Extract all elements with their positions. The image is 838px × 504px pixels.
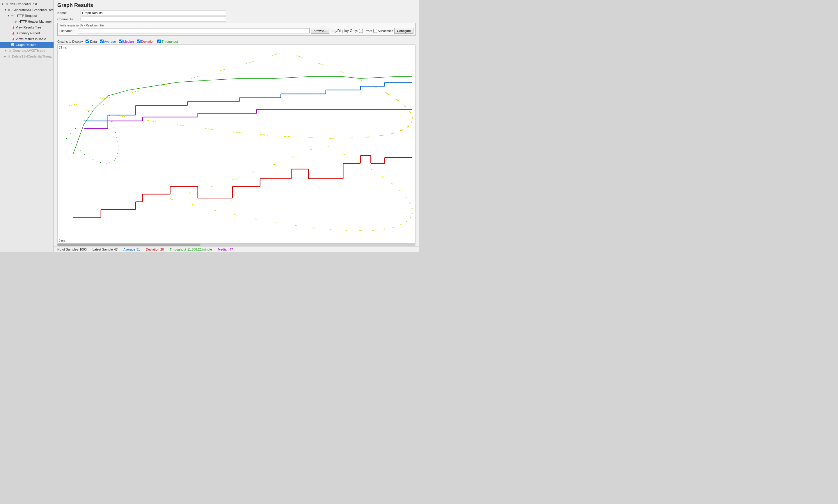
sidebar-item-http-header-mgr[interactable]: ⚙ HTTP Header Manager	[0, 19, 53, 24]
expand-arrow[interactable]: ▼	[4, 8, 7, 11]
successes-checkbox[interactable]	[373, 29, 377, 33]
chart-icon: 📊	[10, 25, 15, 30]
graphs-to-display-label: Graphs to Display	[57, 40, 83, 43]
sidebar-item-gen-ssh-thread[interactable]: ▼ ⚙ GenerateSSHCredentialThread	[0, 7, 53, 13]
data-label: Data	[90, 40, 97, 43]
name-label: Name:	[57, 11, 81, 15]
sidebar-item-label: SSHCredentialTest	[10, 2, 37, 6]
configure-button[interactable]: Configure	[394, 28, 413, 34]
chart-icon: 📊	[10, 37, 15, 41]
filename-input[interactable]	[78, 28, 310, 33]
latest-sample-label: Latest Sample	[92, 248, 113, 251]
y-axis-min-label: 0 ms	[59, 239, 65, 242]
median-label: Median	[123, 40, 134, 43]
median-item: Median 47	[218, 248, 233, 251]
errors-checkbox[interactable]	[359, 29, 363, 33]
errors-label: Errors	[363, 29, 372, 33]
browse-button[interactable]: Browse...	[311, 28, 329, 34]
no-samples-value: 1000	[80, 248, 86, 251]
sidebar-item-gen-jws-thread[interactable]: ▶ ⚙ GenerateJWKSThread	[0, 48, 53, 53]
median-checkbox-label[interactable]: Median	[119, 39, 134, 43]
sidebar-item-summary-report[interactable]: 📊 Summary Report	[0, 30, 53, 36]
latest-sample-item: Latest Sample 47	[92, 248, 118, 251]
deviation-checkbox[interactable]	[137, 39, 140, 43]
successes-label: Successes	[378, 29, 393, 33]
sidebar-item-ssh-cred-test[interactable]: ▼ ⚙ SSHCredentialTest	[0, 1, 53, 7]
page-title: Graph Results	[57, 2, 415, 8]
filename-label: Filename	[59, 29, 77, 33]
graph-icon: 📈	[10, 42, 15, 47]
gear-icon: ⚙	[4, 2, 9, 6]
data-checkbox[interactable]	[86, 39, 89, 43]
throughput-checkbox[interactable]	[157, 39, 161, 43]
deviation-value: 20	[160, 248, 164, 251]
data-checkbox-label[interactable]: Data	[86, 39, 97, 43]
gear-icon: ⚙	[7, 7, 12, 12]
sidebar-item-label: GenerateJWKSThread	[13, 49, 45, 52]
deviation-label: Deviation	[141, 40, 154, 43]
write-results-title: Write results to file / Read from file	[59, 24, 413, 27]
median-label: Median	[218, 248, 228, 251]
comments-label: Comments:	[57, 17, 81, 21]
graph-controls: Graphs to Display Data Average Median De…	[54, 38, 419, 44]
throughput-label: Throughput	[161, 40, 178, 43]
sidebar-item-view-results-table[interactable]: 📊 View Results in Table	[0, 36, 53, 42]
sidebar-item-label: HTTP Request	[16, 14, 37, 17]
average-label: Average	[123, 248, 135, 251]
errors-checkbox-label[interactable]: Errors	[359, 29, 372, 33]
average-checkbox-label[interactable]: Average	[100, 39, 116, 43]
no-samples-item: No of Samples 1000	[57, 248, 87, 251]
sidebar-item-http-request[interactable]: ▼ ✏ HTTP Request	[0, 13, 53, 19]
expand-arrow[interactable]: ▶	[4, 49, 7, 52]
sidebar-item-label: GenerateSSHCredentialThread	[13, 8, 54, 12]
graph-scrollbar-thumb[interactable]	[57, 244, 201, 246]
sidebar-item-label: DeleteSSHCredentialThread	[12, 55, 52, 58]
median-checkbox[interactable]	[119, 39, 122, 43]
average-label: Average	[104, 40, 116, 43]
deviation-item: Deviation 20	[146, 248, 164, 251]
name-input[interactable]	[81, 10, 226, 15]
graph-scrollbar[interactable]	[57, 244, 415, 246]
sidebar-item-del-ssh-thread[interactable]: ▶ ⚙ DeleteSSHCredentialThread	[0, 53, 53, 59]
chart-icon: 📊	[10, 31, 15, 35]
median-value: 47	[229, 248, 233, 251]
header-panel: Graph Results Name: Comments: Write resu…	[54, 0, 419, 38]
throughput-label: Throughput	[170, 248, 186, 251]
sidebar-item-graph-results[interactable]: 📈 Graph Results	[0, 42, 53, 48]
average-item: Average 51	[123, 248, 140, 251]
y-axis-max-label: 63 ms	[59, 46, 67, 49]
throughput-value: 11,888.25/minute	[187, 248, 212, 251]
expand-arrow[interactable]: ▼	[1, 3, 4, 5]
sidebar-item-label: Graph Results	[16, 43, 36, 47]
latest-sample-value: 47	[114, 248, 118, 251]
sidebar-item-label: Summary Report	[16, 31, 40, 35]
comments-input[interactable]	[81, 17, 226, 22]
throughput-checkbox-label[interactable]: Throughput	[157, 39, 178, 43]
expand-arrow[interactable]: ▼	[7, 14, 10, 17]
expand-arrow[interactable]: ▶	[4, 55, 6, 58]
sidebar-item-label: View Results in Table	[16, 37, 46, 41]
deviation-label: Deviation	[146, 248, 159, 251]
successes-checkbox-label[interactable]: Successes	[373, 29, 393, 33]
write-results-section: Write results to file / Read from file F…	[57, 23, 415, 36]
log-display-label: Log/Display Only:	[330, 29, 358, 33]
throughput-item: Throughput 11,888.25/minute	[170, 248, 212, 251]
graph-area: 63 ms 0 ms	[57, 44, 415, 244]
deviation-checkbox-label[interactable]: Deviation	[137, 39, 154, 43]
graph-canvas	[57, 45, 415, 243]
gear-icon: ⚙	[13, 19, 18, 24]
main-panel: Graph Results Name: Comments: Write resu…	[54, 0, 419, 252]
average-value: 51	[136, 248, 140, 251]
sidebar-item-label: HTTP Header Manager	[19, 20, 52, 23]
no-samples-label: No of Samples	[57, 248, 78, 251]
average-checkbox[interactable]	[100, 39, 104, 43]
status-bar: No of Samples 1000 Latest Sample 47 Aver…	[54, 247, 419, 252]
sidebar-item-label: View Results Tree	[16, 25, 41, 29]
pencil-icon: ✏	[10, 13, 15, 18]
gear-icon: ⚙	[7, 48, 12, 53]
sidebar-item-view-results-tree[interactable]: 📊 View Results Tree	[0, 24, 53, 30]
gear-icon: ⚙	[6, 54, 11, 59]
sidebar: ▼ ⚙ SSHCredentialTest ▼ ⚙ GenerateSSHCre…	[0, 0, 54, 252]
